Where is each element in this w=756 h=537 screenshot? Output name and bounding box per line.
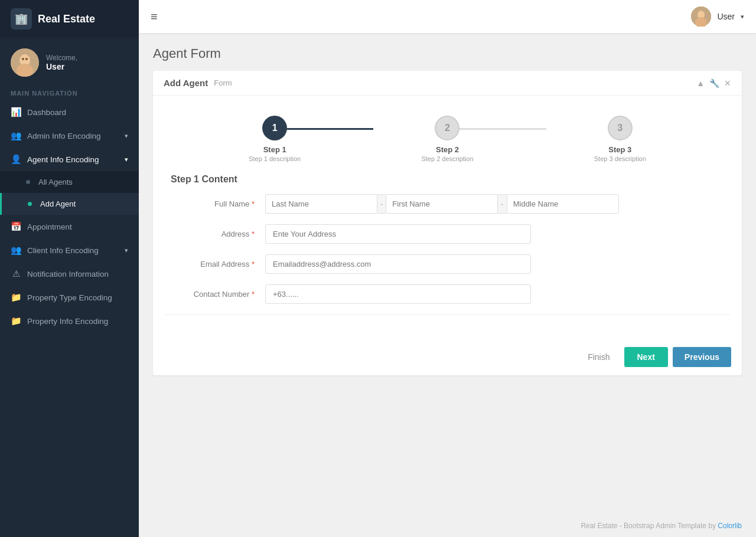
property-info-icon: 📁 (11, 316, 21, 326)
user-info: Welcome, User (46, 54, 77, 71)
address-input[interactable] (265, 224, 531, 244)
address-label: Address * (171, 230, 265, 238)
settings-icon[interactable]: 🔧 (709, 78, 719, 88)
card-header: Add Agent Form ▲ 🔧 ✕ (153, 71, 742, 96)
step-content-title: Step 1 Content (165, 174, 730, 194)
sidebar-item-label: Notification Information (27, 270, 109, 279)
step-2: 2 Step 2 Step 2 description (361, 116, 533, 162)
sidebar-item-label: Property Type Encoding (27, 293, 112, 302)
contact-label: Contact Number * (171, 290, 265, 299)
chevron-down-icon: ▾ (125, 247, 128, 254)
topbar-avatar (691, 6, 711, 27)
topbar-username: User (717, 12, 735, 21)
sidebar-item-all-agents[interactable]: All Agents (0, 171, 139, 193)
footer-link[interactable]: Colorlib (718, 522, 742, 530)
page-title: Agent Form (153, 46, 742, 61)
sidebar-item-dashboard[interactable]: 📊 Dashboard (0, 100, 139, 124)
step-1: 1 Step 1 Step 1 description (188, 116, 361, 162)
svg-point-4 (25, 58, 28, 60)
sidebar-item-client-info[interactable]: 👥 Client Info Encoding ▾ (0, 238, 139, 262)
agent-form-card: Add Agent Form ▲ 🔧 ✕ 1 (153, 71, 742, 375)
agent-submenu: All Agents Add Agent (0, 171, 139, 215)
form-group-fullname: Full Name * - - (165, 194, 730, 214)
sidebar-item-label: Agent Info Encoding (27, 155, 99, 164)
sidebar-item-label: Dashboard (27, 108, 66, 117)
chevron-down-icon: ▾ (125, 132, 128, 140)
step-3-label: Step 3 (608, 145, 631, 154)
topbar-left: ≡ (151, 10, 158, 24)
finish-button[interactable]: Finish (578, 348, 619, 366)
step-2-circle: 2 (435, 116, 460, 140)
card-body: 1 Step 1 Step 1 description 2 (153, 96, 742, 339)
sidebar-item-label: Appointment (27, 222, 72, 231)
middle-name-input[interactable] (507, 194, 619, 214)
app-logo: 🏢 Real Estate (0, 0, 139, 38)
first-name-input[interactable] (386, 194, 498, 214)
sidebar-item-label: Admin Info Encoding (27, 132, 101, 140)
sidebar-item-add-agent[interactable]: Add Agent (0, 193, 139, 215)
sidebar-item-property-info[interactable]: 📁 Property Info Encoding (0, 309, 139, 333)
full-name-label: Full Name * (171, 199, 265, 208)
card-footer: Finish Next Previous (153, 339, 742, 375)
hamburger-icon[interactable]: ≡ (151, 10, 158, 24)
sidebar-item-label: Property Info Encoding (27, 317, 108, 326)
sidebar-item-agent-info[interactable]: 👤 Agent Info Encoding ▾ (0, 148, 139, 171)
username-text: User (46, 62, 77, 71)
next-button[interactable]: Next (624, 347, 668, 367)
property-type-icon: 📁 (11, 292, 21, 303)
last-name-input[interactable] (265, 194, 377, 214)
sidebar-item-appointment[interactable]: 📅 Appointment (0, 215, 139, 238)
required-star: * (252, 199, 255, 208)
step-3: 3 Step 3 Step 3 description (534, 116, 706, 162)
sidebar-item-admin-info[interactable]: 👥 Admin Info Encoding ▾ (0, 124, 139, 148)
svg-point-3 (22, 58, 24, 60)
client-icon: 👥 (11, 245, 21, 256)
card-header-title: Add Agent (164, 78, 208, 88)
form-group-contact: Contact Number * (165, 284, 730, 304)
sidebar: 🏢 Real Estate Welcome, User Main Navigat… (0, 0, 139, 537)
sidebar-item-label: Client Info Encoding (27, 246, 99, 255)
step-3-circle: 3 (608, 116, 633, 140)
step-1-circle: 1 (262, 116, 287, 140)
collapse-icon[interactable]: ▲ (696, 78, 705, 88)
admin-icon: 👥 (11, 130, 21, 141)
card-header-left: Add Agent Form (164, 78, 232, 88)
close-icon[interactable]: ✕ (724, 78, 731, 88)
sidebar-item-property-type[interactable]: 📁 Property Type Encoding (0, 286, 139, 309)
notification-icon: ⚠ (11, 268, 21, 279)
dropdown-arrow-icon[interactable]: ▾ (741, 13, 744, 21)
sidebar-item-label: Add Agent (40, 199, 76, 208)
stepper: 1 Step 1 Step 1 description 2 (165, 110, 730, 174)
required-star: * (252, 260, 255, 268)
app-title: Real Estate (38, 13, 95, 25)
step-2-label: Step 2 (436, 145, 459, 154)
dot-icon (28, 202, 32, 206)
content-area: Agent Form Add Agent Form ▲ 🔧 ✕ (139, 33, 756, 515)
contact-input[interactable] (265, 284, 531, 304)
page-footer: Real Estate - Bootstrap Admin Template b… (139, 515, 756, 537)
email-label: Email Address * (171, 260, 265, 268)
divider (165, 315, 730, 315)
sidebar-item-label: All Agents (38, 178, 73, 186)
step-1-label: Step 1 (263, 145, 286, 154)
step-3-desc: Step 3 description (594, 155, 646, 162)
form-group-email: Email Address * (165, 254, 730, 274)
step-content: Step 1 Content Full Name * - - (165, 174, 730, 304)
sidebar-item-notification[interactable]: ⚠ Notification Information (0, 262, 139, 286)
main-area: ≡ User ▾ Agent Form Add Agent Form (139, 0, 756, 537)
appointment-icon: 📅 (11, 221, 21, 232)
nav-label: Main Navigation (0, 84, 139, 100)
agent-icon: 👤 (11, 154, 21, 165)
dot-icon (26, 180, 30, 184)
dashboard-icon: 📊 (11, 107, 21, 117)
card-header-icons: ▲ 🔧 ✕ (696, 78, 731, 88)
name-separator-1: - (377, 194, 386, 214)
topbar: ≡ User ▾ (139, 0, 756, 33)
full-name-inputs: - - (265, 194, 531, 214)
previous-button[interactable]: Previous (673, 347, 731, 367)
form-group-address: Address * (165, 224, 730, 244)
sidebar-user: Welcome, User (0, 38, 139, 84)
chevron-down-icon: ▾ (125, 156, 128, 163)
email-input[interactable] (265, 254, 531, 274)
card-header-sub: Form (214, 78, 232, 87)
